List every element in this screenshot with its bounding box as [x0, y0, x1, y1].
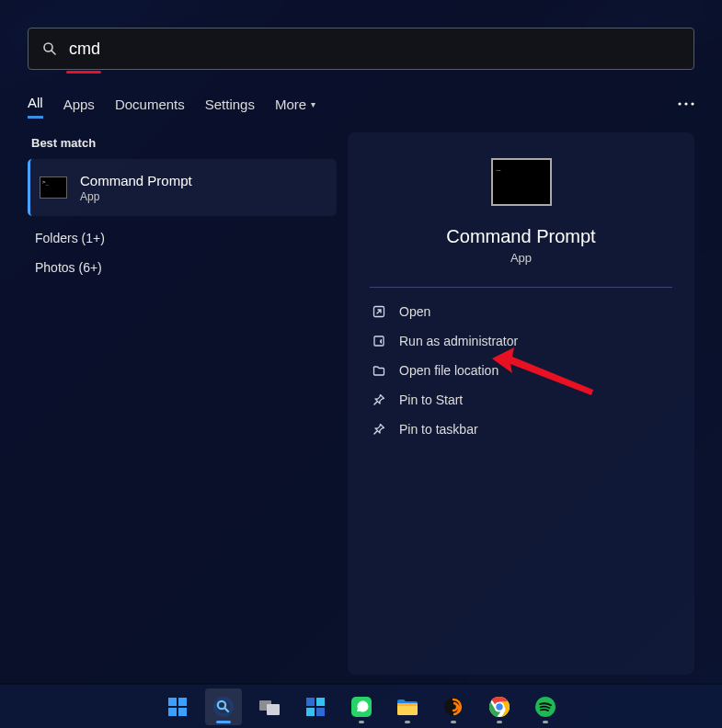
result-command-prompt[interactable]: Command Prompt App — [28, 159, 337, 216]
tab-label: All — [28, 95, 43, 110]
shield-icon — [372, 334, 386, 348]
action-open-file-location[interactable]: Open file location — [370, 356, 672, 385]
best-match-heading: Best match — [31, 136, 333, 150]
widgets-button[interactable] — [297, 688, 334, 725]
open-icon — [372, 304, 386, 319]
annotation-underline — [66, 71, 101, 74]
action-pin-to-taskbar[interactable]: Pin to taskbar — [370, 415, 672, 444]
overflow-menu-button[interactable] — [678, 102, 694, 106]
detail-title: Command Prompt — [370, 226, 672, 247]
folder-icon — [372, 363, 386, 378]
tab-label: More — [275, 97, 306, 112]
tab-settings[interactable]: Settings — [205, 91, 255, 118]
octave-icon[interactable] — [435, 688, 472, 725]
action-run-as-admin[interactable]: Run as administrator — [370, 326, 672, 356]
svg-line-1 — [52, 51, 55, 54]
svg-rect-9 — [178, 698, 187, 706]
search-button[interactable] — [205, 688, 242, 725]
detail-subtitle: App — [370, 251, 672, 265]
tab-all[interactable]: All — [28, 89, 43, 119]
result-title: Command Prompt — [80, 173, 192, 188]
svg-rect-17 — [306, 698, 315, 706]
group-folders[interactable]: Folders (1+) — [35, 231, 333, 245]
taskbar — [0, 684, 722, 728]
cmd-icon — [491, 158, 552, 206]
start-search-panel: All Apps Documents Settings More ▾ Best … — [0, 0, 722, 684]
svg-point-2 — [678, 102, 681, 105]
action-label: Open — [399, 304, 430, 319]
results-column: Best match Command Prompt App Folders (1… — [28, 132, 337, 684]
group-photos[interactable]: Photos (6+) — [35, 260, 333, 275]
svg-rect-11 — [178, 708, 187, 716]
action-pin-to-start[interactable]: Pin to Start — [370, 385, 672, 415]
cmd-icon — [40, 176, 67, 199]
svg-rect-8 — [168, 698, 177, 706]
search-icon — [41, 40, 58, 57]
search-input[interactable] — [69, 40, 681, 59]
chrome-icon[interactable] — [481, 688, 518, 725]
divider — [370, 287, 672, 288]
svg-rect-10 — [168, 708, 177, 716]
search-box[interactable] — [28, 28, 694, 70]
spotify-icon[interactable] — [527, 688, 564, 725]
svg-point-3 — [684, 102, 687, 105]
whatsapp-icon[interactable] — [343, 688, 380, 725]
action-label: Pin to taskbar — [399, 422, 478, 437]
action-label: Pin to Start — [399, 392, 463, 407]
detail-panel: Command Prompt App Open Run as administr… — [348, 132, 694, 675]
tab-more[interactable]: More ▾ — [275, 91, 315, 118]
tab-apps[interactable]: Apps — [63, 91, 95, 118]
svg-rect-19 — [306, 708, 315, 716]
tab-label: Documents — [115, 97, 185, 112]
action-label: Run as administrator — [399, 334, 518, 348]
file-explorer-icon[interactable] — [389, 688, 426, 725]
chevron-down-icon: ▾ — [311, 99, 315, 109]
task-view-button[interactable] — [251, 688, 288, 725]
pin-icon — [372, 422, 386, 437]
result-subtitle: App — [80, 190, 192, 203]
svg-rect-6 — [374, 336, 384, 346]
svg-line-14 — [224, 708, 228, 711]
start-button[interactable] — [159, 688, 196, 725]
filter-tabs: All Apps Documents Settings More ▾ — [28, 88, 694, 119]
svg-rect-23 — [397, 703, 418, 706]
svg-rect-16 — [267, 704, 280, 715]
action-open[interactable]: Open — [370, 297, 672, 326]
tab-label: Settings — [205, 97, 255, 112]
svg-rect-20 — [316, 708, 325, 716]
tab-documents[interactable]: Documents — [115, 91, 185, 118]
tab-label: Apps — [63, 97, 95, 112]
svg-rect-18 — [316, 698, 325, 706]
pin-icon — [372, 392, 386, 407]
svg-point-4 — [691, 102, 693, 105]
action-label: Open file location — [399, 363, 499, 378]
